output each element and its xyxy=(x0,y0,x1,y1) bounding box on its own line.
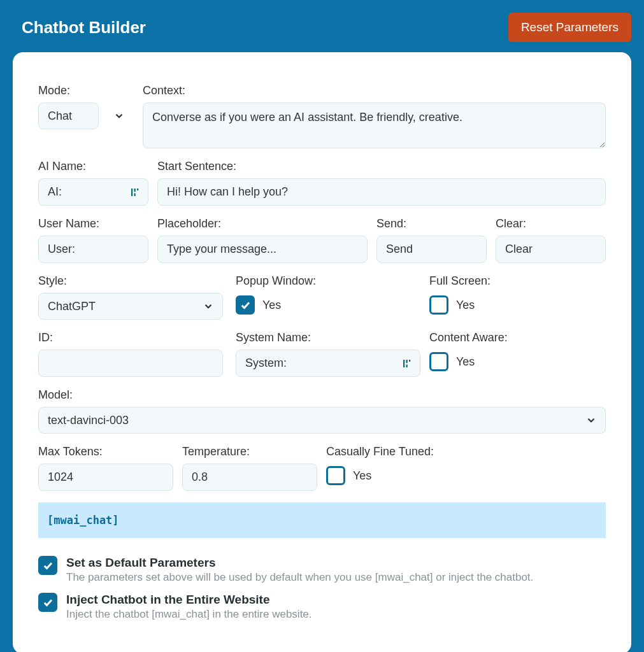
max-tokens-label: Max Tokens: xyxy=(38,445,173,458)
chevron-down-icon xyxy=(113,110,125,122)
svg-rect-4 xyxy=(403,360,404,367)
context-label: Context: xyxy=(143,84,606,97)
id-label: ID: xyxy=(38,331,223,344)
model-label: Model: xyxy=(38,388,606,402)
input-handle-icon xyxy=(401,358,413,369)
builder-card: Mode: Chat Context: Converse as if you w… xyxy=(13,52,631,652)
svg-rect-0 xyxy=(131,188,132,196)
popup-window-checkbox[interactable] xyxy=(236,295,255,315)
start-sentence-label: Start Sentence: xyxy=(157,160,606,173)
user-name-label: User Name: xyxy=(38,217,148,230)
casually-fine-tuned-checkbox[interactable] xyxy=(326,466,345,485)
casually-fine-tuned-label: Casually Fine Tuned: xyxy=(326,445,606,458)
svg-rect-5 xyxy=(406,360,408,363)
send-label: Send: xyxy=(376,217,487,230)
style-select[interactable]: ChatGPT xyxy=(38,293,223,320)
inject-title: Inject Chatbot in the Entire Website xyxy=(66,593,270,606)
default-params-desc: The parameters set above will be used by… xyxy=(66,571,533,584)
svg-rect-7 xyxy=(409,360,410,362)
ai-name-label: AI Name: xyxy=(38,160,148,173)
casually-fine-tuned-yes-label: Yes xyxy=(353,469,371,483)
placeholder-label: Placeholder: xyxy=(157,217,368,230)
svg-rect-6 xyxy=(406,364,408,367)
svg-rect-3 xyxy=(137,188,138,190)
shortcode-display: [mwai_chat] xyxy=(38,502,606,538)
placeholder-input[interactable] xyxy=(157,236,368,263)
mode-select[interactable]: Chat xyxy=(38,103,99,129)
svg-rect-2 xyxy=(134,193,136,196)
system-name-label: System Name: xyxy=(236,331,420,344)
user-name-input[interactable] xyxy=(38,236,148,263)
clear-label: Clear: xyxy=(496,217,606,230)
inject-desc: Inject the chatbot [mwai_chat] in the en… xyxy=(66,608,312,621)
id-input[interactable] xyxy=(38,350,223,377)
full-screen-checkbox[interactable] xyxy=(429,295,448,315)
default-params-checkbox[interactable] xyxy=(38,556,57,575)
inject-checkbox[interactable] xyxy=(38,593,57,612)
svg-rect-1 xyxy=(134,188,136,192)
popup-window-yes-label: Yes xyxy=(262,299,281,312)
default-params-title: Set as Default Parameters xyxy=(66,556,215,569)
full-screen-label: Full Screen: xyxy=(429,274,606,288)
content-aware-label: Content Aware: xyxy=(429,331,606,344)
start-sentence-input[interactable] xyxy=(157,178,606,206)
page-title: Chatbot Builder xyxy=(22,18,146,38)
reset-parameters-button[interactable]: Reset Parameters xyxy=(508,13,631,42)
content-aware-yes-label: Yes xyxy=(456,355,475,369)
clear-input[interactable] xyxy=(496,236,606,263)
temperature-label: Temperature: xyxy=(182,445,317,458)
model-select[interactable]: text-davinci-003 xyxy=(38,407,606,434)
max-tokens-input[interactable] xyxy=(38,464,173,491)
system-name-input[interactable] xyxy=(236,350,420,377)
content-aware-checkbox[interactable] xyxy=(429,352,448,371)
full-screen-yes-label: Yes xyxy=(456,299,475,312)
temperature-input[interactable] xyxy=(182,464,317,491)
popup-window-label: Popup Window: xyxy=(236,274,420,288)
style-label: Style: xyxy=(38,274,223,288)
send-input[interactable] xyxy=(376,236,487,263)
mode-label: Mode: xyxy=(38,84,134,97)
context-textarea[interactable]: Converse as if you were an AI assistant.… xyxy=(143,103,606,148)
input-handle-icon xyxy=(129,187,141,198)
